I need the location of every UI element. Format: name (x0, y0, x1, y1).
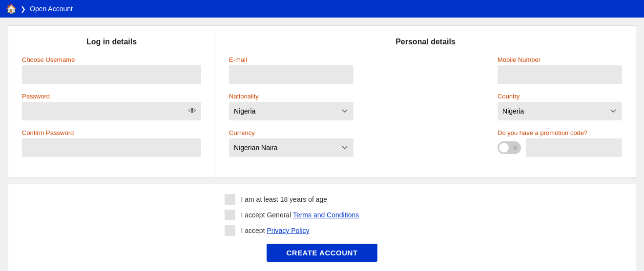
mobile-label: Mobile Number (498, 56, 622, 63)
mobile-input[interactable] (498, 65, 622, 84)
personal-panel: Personal details E-mail Mobile Number Na… (215, 26, 636, 177)
personal-panel-title: Personal details (229, 38, 622, 46)
breadcrumb-title: Open Account (30, 5, 73, 13)
nationality-label: Nationality (229, 93, 353, 100)
promo-toggle-wrapper: ✕ (498, 138, 622, 157)
form-panels: Log in details Choose Username Password … (8, 25, 636, 178)
confirm-password-input[interactable] (22, 138, 201, 157)
home-icon[interactable]: 🏠 (6, 4, 17, 13)
login-panel: Log in details Choose Username Password … (8, 26, 215, 177)
login-panel-title: Log in details (22, 38, 201, 46)
eye-icon[interactable]: 👁 (188, 107, 196, 116)
terms-link[interactable]: Terms and Conditions (293, 211, 359, 219)
promo-group: Do you have a promotion code? ✕ (498, 129, 622, 157)
promo-toggle[interactable]: ✕ (498, 141, 521, 154)
create-account-button[interactable]: CREATE ACCOUNT (267, 244, 377, 262)
confirm-password-label: Confirm Password (22, 129, 201, 136)
password-wrapper: 👁 (22, 102, 201, 120)
privacy-checkbox[interactable] (225, 225, 235, 236)
confirm-password-group: Confirm Password (22, 129, 201, 157)
age-checkbox-row: I am at least 18 years of age (225, 194, 420, 205)
age-label: I am at least 18 years of age (241, 195, 328, 203)
currency-group: Currency Nigerian Naira (229, 129, 353, 157)
privacy-prefix: I accept (241, 227, 267, 234)
navbar: 🏠 ❯ Open Account (0, 0, 644, 18)
password-group: Password 👁 (22, 93, 201, 120)
nationality-group: Nationality Nigeria (229, 93, 353, 120)
toggle-x-icon: ✕ (513, 144, 518, 152)
currency-label: Currency (229, 129, 353, 136)
email-label: E-mail (229, 56, 353, 63)
breadcrumb-chevron: ❯ (21, 5, 26, 13)
email-input[interactable] (229, 65, 353, 84)
terms-checkbox[interactable] (225, 210, 235, 220)
terms-prefix: I accept General (241, 211, 293, 219)
currency-select[interactable]: Nigerian Naira (229, 138, 353, 157)
terms-checkbox-row: I accept General Terms and Conditions (225, 210, 420, 220)
email-group: E-mail (229, 56, 353, 84)
privacy-checkbox-row: I accept Privacy Policy (225, 225, 420, 236)
promo-code-input[interactable] (526, 138, 622, 157)
nationality-select[interactable]: Nigeria (229, 102, 353, 120)
password-input[interactable] (22, 102, 201, 120)
country-select[interactable]: Nigeria (498, 102, 622, 120)
username-group: Choose Username (22, 56, 201, 84)
country-label: Country (498, 93, 622, 100)
country-group: Country Nigeria (498, 93, 622, 120)
terms-label: I accept General Terms and Conditions (241, 211, 359, 219)
main-content: Log in details Choose Username Password … (0, 18, 644, 271)
bottom-section: I am at least 18 years of age I accept G… (8, 184, 636, 271)
username-input[interactable] (22, 65, 201, 84)
toggle-slider: ✕ (498, 141, 521, 154)
privacy-link[interactable]: Privacy Policy (267, 227, 309, 234)
age-checkbox[interactable] (225, 194, 235, 205)
password-label: Password (22, 93, 201, 100)
promo-label: Do you have a promotion code? (498, 129, 622, 136)
privacy-label: I accept Privacy Policy (241, 227, 310, 234)
username-label: Choose Username (22, 56, 201, 63)
personal-grid: E-mail Mobile Number Nationality Nigeria (229, 56, 622, 166)
mobile-group: Mobile Number (498, 56, 622, 84)
